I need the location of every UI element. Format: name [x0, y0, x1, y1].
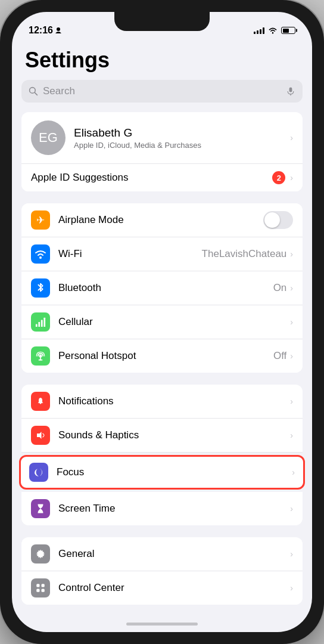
- sounds-row[interactable]: Sounds & Haptics ›: [21, 419, 303, 453]
- svg-rect-10: [43, 318, 45, 327]
- time-display: 12:16: [29, 25, 53, 36]
- profile-subtitle: Apple ID, iCloud, Media & Purchases: [74, 141, 290, 150]
- airplane-toggle[interactable]: [263, 211, 293, 229]
- battery-fill: [283, 29, 289, 33]
- wifi-svg: [35, 249, 46, 259]
- notifications-row[interactable]: Notifications ›: [21, 385, 303, 419]
- home-indicator-area: [12, 617, 312, 628]
- person-icon: [55, 27, 61, 34]
- airplane-label: Airplane Mode: [58, 214, 263, 226]
- svg-rect-16: [36, 584, 39, 587]
- svg-marker-14: [37, 432, 42, 439]
- profile-row[interactable]: EG Elisabeth G Apple ID, iCloud, Media &…: [21, 112, 303, 164]
- battery-icon: [281, 27, 295, 34]
- profile-section: EG Elisabeth G Apple ID, iCloud, Media &…: [21, 112, 303, 191]
- apple-id-suggestions-label: Apple ID Suggestions: [31, 172, 272, 184]
- sounds-chevron: ›: [290, 431, 293, 440]
- sound-svg: [35, 430, 46, 441]
- sounds-label: Sounds & Haptics: [58, 429, 290, 441]
- svg-rect-4: [289, 88, 292, 92]
- hotspot-label: Personal Hotspot: [58, 350, 273, 362]
- focus-chevron: ›: [292, 467, 295, 477]
- sounds-icon: [31, 426, 50, 445]
- hotspot-icon: [31, 346, 50, 366]
- bluetooth-svg: [36, 282, 45, 294]
- profile-name: Elisabeth G: [74, 126, 290, 140]
- signal-bars: [254, 27, 264, 34]
- bluetooth-row[interactable]: Bluetooth On ›: [21, 271, 303, 305]
- avatar: EG: [31, 120, 66, 155]
- bluetooth-label: Bluetooth: [58, 282, 273, 294]
- screentime-label: Screen Time: [58, 503, 290, 515]
- controlcenter-label: Control Center: [58, 582, 290, 594]
- bluetooth-icon: [31, 278, 50, 298]
- signal-bar-1: [254, 32, 256, 34]
- toggle-knob: [264, 212, 280, 228]
- hotspot-svg: [35, 350, 46, 362]
- bluetooth-value: On: [273, 282, 287, 294]
- apple-id-chevron: ›: [290, 173, 293, 182]
- status-time: 12:16: [29, 25, 61, 36]
- profile-chevron: ›: [290, 133, 293, 143]
- signal-bar-3: [260, 29, 261, 34]
- cellular-row[interactable]: Cellular ›: [21, 305, 303, 339]
- cellular-svg: [35, 317, 46, 327]
- search-bar[interactable]: Search: [21, 80, 303, 103]
- wifi-settings-icon: [31, 244, 50, 264]
- home-indicator: [126, 623, 198, 626]
- wifi-value: TheLavishChateau: [202, 248, 287, 260]
- general-icon: [31, 544, 50, 564]
- general-label: General: [58, 548, 290, 560]
- wifi-chevron: ›: [290, 249, 293, 259]
- svg-line-3: [35, 92, 37, 95]
- focus-label: Focus: [57, 466, 292, 478]
- connectivity-section: ✈ Airplane Mode Wi-Fi: [21, 203, 303, 373]
- hotspot-chevron: ›: [290, 351, 293, 361]
- notifications-icon: [31, 392, 50, 411]
- svg-point-6: [39, 256, 42, 259]
- wifi-row[interactable]: Wi-Fi TheLavishChateau ›: [21, 237, 303, 271]
- controlcenter-chevron: ›: [290, 583, 293, 593]
- mic-icon: [286, 86, 295, 96]
- general-section: General › Control Center ›: [21, 537, 303, 605]
- bell-svg: [35, 396, 46, 407]
- airplane-mode-row[interactable]: ✈ Airplane Mode: [21, 203, 303, 237]
- svg-rect-19: [42, 589, 45, 592]
- profile-text: Elisabeth G Apple ID, iCloud, Media & Pu…: [74, 126, 290, 150]
- notifications-chevron: ›: [290, 397, 293, 406]
- wifi-icon: [268, 27, 278, 34]
- svg-point-1: [272, 32, 273, 33]
- screentime-icon: [31, 499, 50, 518]
- controlcenter-svg: [35, 583, 46, 593]
- apple-id-suggestions-row[interactable]: Apple ID Suggestions 2 ›: [21, 164, 303, 191]
- general-chevron: ›: [290, 549, 293, 559]
- general-row[interactable]: General ›: [21, 537, 303, 571]
- bluetooth-chevron: ›: [290, 283, 293, 293]
- notifications-label: Notifications: [58, 395, 290, 407]
- phone-screen: 12:16: [12, 12, 312, 632]
- signal-bar-2: [257, 30, 258, 34]
- apple-id-badge: 2: [272, 171, 285, 184]
- status-icons: [254, 27, 295, 34]
- hourglass-svg: [35, 503, 46, 514]
- signal-bar-4: [263, 27, 264, 34]
- focus-icon: [29, 463, 48, 482]
- svg-rect-7: [36, 324, 38, 327]
- screentime-row[interactable]: Screen Time ›: [21, 492, 303, 525]
- gear-svg: [35, 549, 46, 559]
- wifi-label: Wi-Fi: [58, 248, 202, 260]
- search-icon: [29, 86, 38, 96]
- search-placeholder: Search: [43, 85, 281, 97]
- focus-row[interactable]: Focus ›: [19, 455, 305, 490]
- cellular-chevron: ›: [290, 317, 293, 327]
- moon-svg: [33, 467, 44, 478]
- svg-rect-18: [36, 589, 39, 592]
- hotspot-value: Off: [273, 350, 286, 362]
- hotspot-row[interactable]: Personal Hotspot Off ›: [21, 339, 303, 373]
- controlcenter-icon: [31, 578, 50, 597]
- svg-rect-17: [42, 584, 45, 587]
- cellular-label: Cellular: [58, 316, 290, 328]
- controlcenter-row[interactable]: Control Center ›: [21, 571, 303, 605]
- svg-point-0: [57, 27, 60, 31]
- screen-content[interactable]: Settings Search EG Eli: [12, 42, 312, 632]
